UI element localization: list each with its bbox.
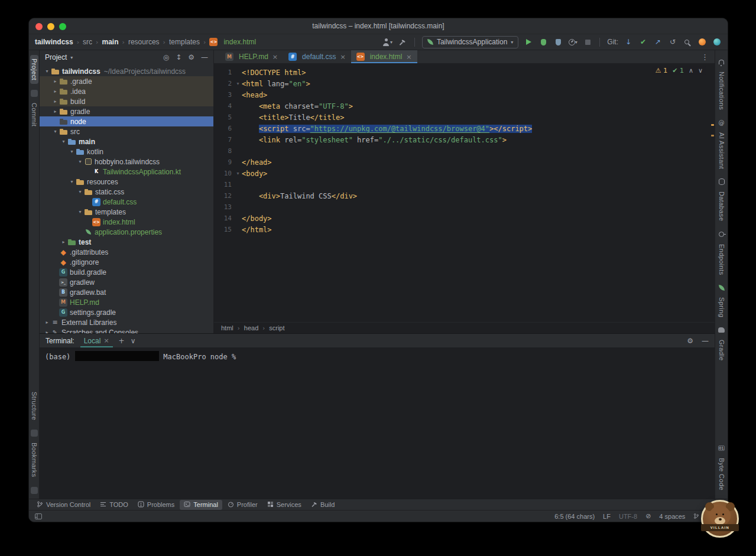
toolwindow-button-terminal[interactable]: Terminal [180, 500, 222, 510]
tree-chevron-icon[interactable]: ▾ [43, 69, 51, 74]
nav-breadcrumb-index-html[interactable]: index.html [223, 38, 256, 46]
bookmarks-icon[interactable] [30, 486, 38, 494]
tree-item--gitignore[interactable]: ◆.gitignore [40, 257, 213, 267]
user-profile-icon[interactable]: ▾ [382, 36, 392, 48]
fold-marker-icon[interactable]: ▾ [234, 171, 242, 176]
editor-tab-help-md[interactable]: MHELP.md× [220, 50, 283, 63]
project-panel-title[interactable]: Project [45, 53, 67, 61]
code-line-2[interactable]: 2▾<html lang="en"> [214, 78, 715, 89]
orange-plugin-icon[interactable] [697, 36, 707, 48]
code-line-8[interactable]: 8 [214, 145, 715, 157]
close-tab-icon[interactable]: × [406, 53, 411, 61]
tree-chevron-icon[interactable]: ▾ [76, 189, 84, 194]
toolwindow-database[interactable]: Database [718, 188, 726, 225]
line-separator[interactable]: LF [603, 513, 611, 520]
tree-item-scratches-and-consoles[interactable]: ▸✎Scratches and Consoles [40, 327, 213, 333]
tree-item-resources[interactable]: ▾resources [40, 177, 213, 187]
code-line-5[interactable]: 5 <title>Title</title> [214, 112, 715, 123]
build-project-icon[interactable] [398, 36, 407, 48]
git-update-icon[interactable]: ↓ [624, 36, 633, 48]
nav-breadcrumb-tailwindcss[interactable]: tailwindcss [35, 38, 73, 46]
teal-plugin-icon[interactable] [712, 36, 722, 48]
tree-item-static-css[interactable]: ▾static.css [40, 187, 213, 197]
terminal-dropdown-icon[interactable]: ∨ [131, 337, 136, 345]
nav-breadcrumb-resources[interactable]: resources [128, 38, 160, 46]
notifications-icon[interactable] [718, 58, 725, 66]
locate-file-icon[interactable]: ◎ [163, 53, 169, 61]
editor-breadcrumb-head[interactable]: head [244, 324, 258, 331]
close-tab-icon[interactable]: × [340, 53, 345, 61]
tree-item-help-md[interactable]: MHELP.md [40, 297, 213, 307]
toolwindow-byte-code[interactable]: Byte Code [718, 454, 726, 494]
file-encoding[interactable]: UTF-8 [619, 513, 637, 520]
tree-item-settings-gradle[interactable]: Gsettings.gradle [40, 307, 213, 317]
terminal-tab-local[interactable]: Local× [80, 334, 113, 347]
tree-item-tailwindcssapplication-kt[interactable]: KTailwindcssApplication.kt [40, 167, 213, 177]
ai-assistant-icon[interactable]: @ [718, 119, 725, 126]
code-line-10[interactable]: 10▾<body> [214, 168, 715, 179]
code-line-11[interactable]: 11 [214, 179, 715, 190]
toolwindow-bookmarks[interactable]: Bookmarks [30, 439, 38, 481]
prev-problem-icon[interactable]: ∧ [689, 67, 693, 74]
tree-chevron-icon[interactable]: ▸ [51, 79, 59, 84]
tree-chevron-icon[interactable]: ▸ [51, 99, 59, 104]
toolwindow-gradle[interactable]: Gradle [718, 336, 726, 364]
close-icon[interactable]: × [103, 337, 109, 344]
database-icon[interactable] [718, 178, 725, 186]
git-rollback-icon[interactable]: ↺ [668, 36, 677, 48]
toolwindow-button-version-control[interactable]: Version Control [33, 500, 95, 510]
tree-chevron-icon[interactable]: ▸ [60, 239, 67, 245]
minimize-terminal-icon[interactable]: — [702, 337, 709, 345]
nav-breadcrumb-main[interactable]: main [102, 38, 119, 46]
tree-item--gitattributes[interactable]: ◆.gitattributes [40, 247, 213, 257]
nav-breadcrumb-src[interactable]: src [83, 38, 92, 46]
tree-item-src[interactable]: ▾src [40, 126, 213, 136]
structure-icon[interactable] [30, 429, 38, 437]
terminal-output[interactable]: (base)MacBookPro node % [40, 348, 715, 499]
debug-button[interactable] [538, 36, 548, 48]
toolwindow-spring[interactable]: Spring [718, 294, 726, 321]
toolwindow-endpoints[interactable]: Endpoints [718, 240, 726, 279]
coverage-button[interactable] [553, 36, 563, 48]
chevron-down-icon[interactable]: ▾ [70, 55, 73, 60]
tab-options-icon[interactable]: ⋮ [695, 50, 715, 63]
tree-chevron-icon[interactable]: ▸ [43, 320, 51, 325]
layout-icon[interactable] [35, 513, 42, 519]
toolwindow-notifications[interactable]: Notifications [718, 68, 726, 113]
gradle-icon[interactable] [718, 326, 725, 334]
indent-setting[interactable]: 4 spaces [659, 513, 685, 520]
close-window-icon[interactable] [35, 23, 43, 30]
tree-item-gradlew[interactable]: >_gradlew [40, 277, 213, 287]
tree-item-hobbyino-tailwindcss[interactable]: ▾hobbyino.tailwindcss [40, 157, 213, 167]
toolwindow-button-todo[interactable]: TODO [96, 500, 132, 510]
tree-chevron-icon[interactable]: ▸ [51, 109, 59, 114]
code-line-4[interactable]: 4 <meta charset="UTF-8"> [214, 100, 715, 112]
fold-marker-icon[interactable]: ▾ [234, 81, 242, 86]
minimize-window-icon[interactable] [47, 23, 54, 30]
tree-chevron-icon[interactable]: ▾ [68, 149, 76, 154]
tree-item-build[interactable]: ▸build [40, 96, 213, 106]
tree-chevron-icon[interactable]: ▾ [51, 129, 59, 134]
search-everywhere-icon[interactable] [683, 36, 692, 48]
code-line-12[interactable]: 12 <div>Tailwind CSS</div> [214, 190, 715, 201]
tree-item--idea[interactable]: ▸.idea [40, 86, 213, 96]
tree-item-gradlew-bat[interactable]: Bgradlew.bat [40, 287, 213, 297]
editor-tab-default-css[interactable]: #default.css× [283, 50, 351, 63]
close-tab-icon[interactable]: × [272, 53, 278, 61]
editor[interactable]: 1<!DOCTYPE html>2▾<html lang="en">3<head… [214, 64, 715, 322]
tree-item-main[interactable]: ▾main [40, 136, 213, 147]
tree-chevron-icon[interactable]: ▾ [68, 179, 76, 184]
zoom-window-icon[interactable] [59, 23, 66, 30]
tree-item-tailwindcss[interactable]: ▾tailwindcss ~/IdeaProjects/tailwindcss [40, 66, 213, 76]
next-problem-icon[interactable]: ∨ [698, 67, 703, 74]
editor-breadcrumb-script[interactable]: script [269, 324, 284, 331]
tree-item-kotlin[interactable]: ▾kotlin [40, 147, 213, 157]
commit-icon[interactable] [30, 89, 38, 97]
toolwindow-structure[interactable]: Structure [30, 388, 38, 424]
editor-breadcrumb-html[interactable]: html [221, 324, 233, 331]
editor-tab-index-html[interactable]: <>index.html× [351, 50, 417, 63]
tree-item-templates[interactable]: ▾templates [40, 207, 213, 217]
code-line-6[interactable]: 6 <script src="https://unpkg.com/@tailwi… [214, 123, 715, 134]
new-terminal-icon[interactable]: + [119, 337, 125, 345]
git-commit-icon[interactable]: ✔ [638, 36, 648, 48]
